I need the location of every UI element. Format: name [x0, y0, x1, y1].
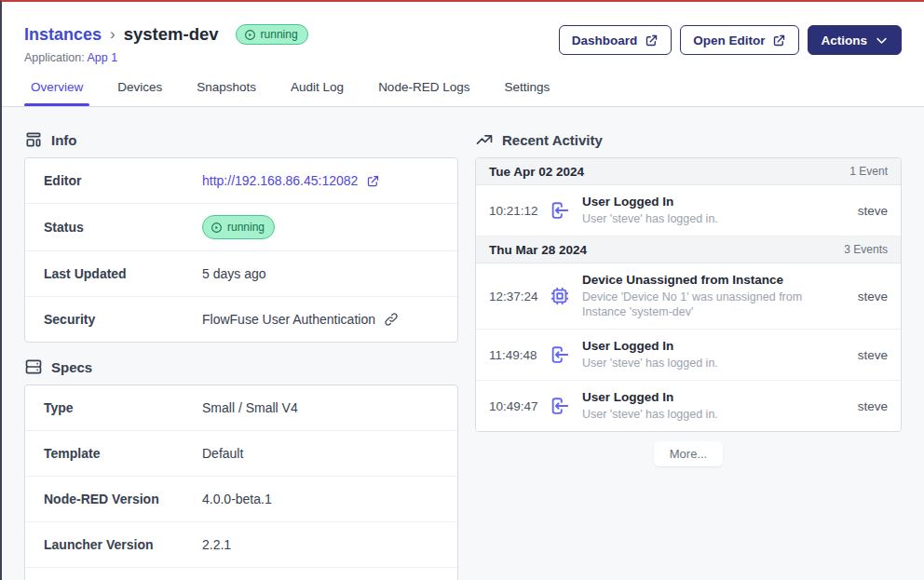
- event-description: User 'steve' has logged in.: [582, 356, 849, 371]
- event-user: steve: [858, 348, 888, 362]
- chevron-down-icon: [875, 34, 889, 47]
- event-description: Device 'Device No 1' was unassigned from…: [582, 290, 849, 319]
- activity-section-title: Recent Activity: [502, 132, 603, 148]
- more-container: More...: [475, 441, 902, 466]
- template-value: Default: [202, 442, 243, 465]
- specs-card: Type Small / Small V4 Template Default N…: [24, 384, 458, 580]
- row-label: Editor: [44, 172, 202, 189]
- event-body: User Logged In User 'steve' has logged i…: [582, 339, 858, 371]
- status-badge-label: running: [261, 28, 298, 41]
- page-title: system-dev: [124, 24, 219, 45]
- tab-settings[interactable]: Settings: [504, 80, 550, 106]
- activity-card: Tue Apr 02 2024 1 Event 10:21:12 User Lo…: [475, 157, 902, 432]
- event-title: User Logged In: [582, 339, 849, 353]
- event-time: 10:49:47: [489, 399, 545, 413]
- left-column: Info Editor http://192.168.86.45:12082 S…: [24, 130, 458, 569]
- login-icon: [550, 200, 570, 221]
- tab-audit-log[interactable]: Audit Log: [291, 80, 344, 106]
- specs-row-type: Type Small / Small V4: [25, 385, 457, 431]
- specs-section-title: Specs: [51, 359, 92, 375]
- event-title: User Logged In: [582, 195, 849, 209]
- tab-node-red-logs[interactable]: Node-RED Logs: [378, 80, 469, 106]
- activity-event-row: 11:49:48 User Logged In User 'steve' has…: [476, 330, 901, 381]
- info-section-header: Info: [24, 130, 458, 149]
- tab-overview[interactable]: Overview: [31, 80, 83, 106]
- status-badge: running: [202, 215, 275, 239]
- activity-event-row: 10:49:47 User Logged In User 'steve' has…: [476, 381, 901, 431]
- header-actions: Dashboard Open Editor Actions: [559, 25, 902, 55]
- chip-icon: [550, 286, 570, 306]
- info-row-security: Security FlowFuse User Authentication: [25, 297, 457, 342]
- open-editor-button-label: Open Editor: [693, 34, 765, 47]
- tab-devices[interactable]: Devices: [117, 80, 162, 106]
- editor-url-link[interactable]: http://192.168.86.45:12082: [202, 172, 358, 189]
- application-link[interactable]: App 1: [87, 51, 117, 64]
- actions-button[interactable]: Actions: [808, 25, 902, 55]
- security-value: FlowFuse User Authentication: [202, 311, 375, 328]
- login-icon: [550, 396, 570, 416]
- group-event-count: 1 Event: [849, 165, 888, 178]
- status-badge-label: running: [227, 219, 265, 236]
- info-row-last-updated: Last Updated 5 days ago: [25, 251, 457, 297]
- group-date: Thu Mar 28 2024: [489, 243, 587, 257]
- event-time: 12:37:24: [489, 290, 545, 303]
- specs-section-header: Specs: [24, 357, 458, 376]
- event-description: User 'steve' has logged in.: [582, 211, 849, 226]
- status-badge: running: [236, 24, 308, 45]
- row-label: Type: [44, 399, 202, 416]
- actions-button-label: Actions: [821, 34, 867, 47]
- tab-snapshots[interactable]: Snapshots: [197, 80, 256, 106]
- link-icon[interactable]: [384, 312, 399, 327]
- event-body: Device Unassigned from Instance Device '…: [582, 273, 858, 319]
- play-circle-icon: [244, 29, 256, 41]
- dashboard-button[interactable]: Dashboard: [559, 25, 673, 55]
- external-link-icon[interactable]: [366, 174, 380, 188]
- dashboard-button-label: Dashboard: [572, 34, 638, 47]
- info-row-editor: Editor http://192.168.86.45:12082: [25, 158, 457, 204]
- breadcrumb-separator-icon: ›: [110, 25, 116, 44]
- event-title: Device Unassigned from Instance: [582, 273, 849, 287]
- specs-row-template: Template Default: [25, 431, 457, 477]
- server-icon: [24, 357, 43, 376]
- launcher-version-value: 2.2.1: [202, 533, 231, 556]
- node-red-version-value: 4.0.0-beta.1: [202, 488, 272, 510]
- activity-group-header: Thu Mar 28 2024 3 Events: [476, 236, 901, 263]
- event-title: User Logged In: [582, 390, 849, 404]
- login-icon: [550, 344, 570, 365]
- activity-group-header: Tue Apr 02 2024 1 Event: [476, 158, 901, 185]
- event-body: User Logged In User 'steve' has logged i…: [582, 390, 858, 422]
- activity-event-row: 12:37:24 Device Unassigned from Instance…: [476, 263, 901, 330]
- external-link-icon: [772, 34, 786, 47]
- trending-up-icon: [475, 130, 494, 149]
- group-date: Tue Apr 02 2024: [489, 165, 584, 179]
- external-link-icon: [645, 34, 659, 47]
- application-label: Application:: [24, 51, 85, 64]
- main-content: Info Editor http://192.168.86.45:12082 S…: [2, 107, 924, 580]
- specs-row-launcher-version: Launcher Version 2.2.1: [25, 522, 457, 568]
- group-event-count: 3 Events: [844, 243, 888, 256]
- info-card: Editor http://192.168.86.45:12082 Status…: [24, 157, 458, 343]
- more-button[interactable]: More...: [654, 441, 723, 466]
- event-time: 11:49:48: [489, 348, 545, 362]
- info-section-title: Info: [51, 132, 77, 148]
- type-value: Small / Small V4: [202, 397, 298, 419]
- row-label: Security: [44, 311, 202, 328]
- specs-row-nodejs-version: Node.js Version 18.19.0: [25, 568, 457, 580]
- info-row-status: Status running: [25, 204, 457, 251]
- breadcrumb-instances-link[interactable]: Instances: [24, 25, 102, 45]
- last-updated-value: 5 days ago: [202, 263, 266, 285]
- row-label: Status: [44, 219, 202, 236]
- event-user: steve: [858, 204, 888, 218]
- event-user: steve: [858, 399, 888, 413]
- event-body: User Logged In User 'steve' has logged i…: [582, 195, 858, 226]
- page-header: Instances › system-dev running Applicati…: [2, 2, 924, 107]
- tab-bar: Overview Devices Snapshots Audit Log Nod…: [24, 80, 902, 106]
- event-description: User 'steve' has logged in.: [582, 407, 849, 422]
- activity-event-row: 10:21:12 User Logged In User 'steve' has…: [476, 185, 901, 236]
- row-label: Launcher Version: [44, 536, 202, 553]
- open-editor-button[interactable]: Open Editor: [680, 25, 799, 55]
- specs-row-node-red-version: Node-RED Version 4.0.0-beta.1: [25, 477, 457, 522]
- row-label: Template: [44, 445, 202, 462]
- activity-section-header: Recent Activity: [475, 130, 902, 149]
- event-time: 10:21:12: [489, 204, 545, 218]
